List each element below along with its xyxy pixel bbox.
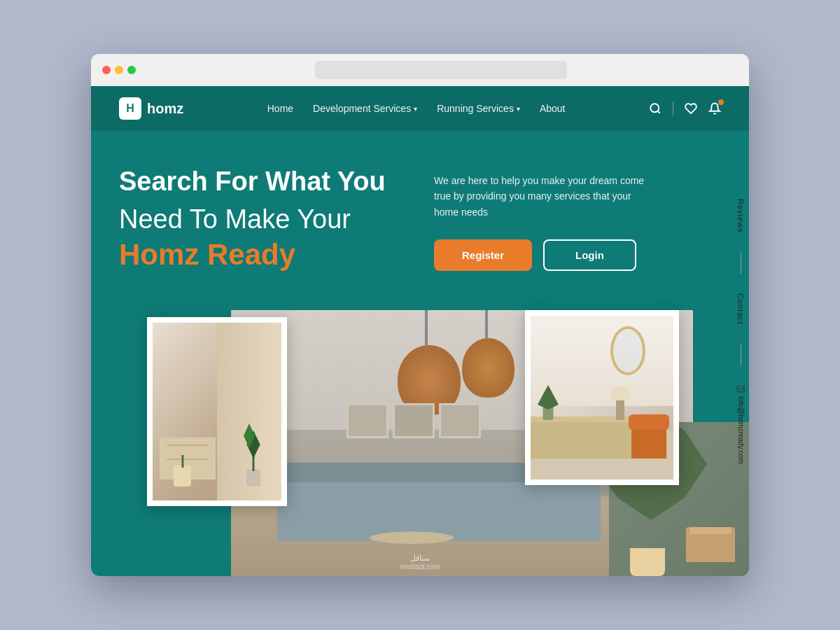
hero-title-line1: Search For What You [119,166,406,198]
dot-red[interactable] [102,66,111,74]
hero-buttons: Register Login [434,239,721,271]
snake-plant [239,416,267,486]
watermark: ستاقل mostaql.com [400,554,440,570]
lamp-cord-2 [485,310,488,338]
leaves [538,385,559,410]
nav-links: Home Development Services ▾ Running Serv… [206,103,626,114]
browser-chrome [91,54,749,86]
nav-dev-services[interactable]: Development Services ▾ [313,103,417,114]
hero-description: We are here to help you make your dream … [434,173,658,220]
lamp-cord-1 [425,310,428,345]
watermark-arabic: ستاقل [400,554,440,563]
svg-line-1 [657,111,659,113]
heart-icon[interactable] [685,102,697,115]
small-pot [174,465,191,486]
notification-badge [718,99,724,105]
art-1 [346,403,388,438]
logo-icon: H [119,97,141,120]
site-container: H homz Home Development Services ▾ Runni… [91,86,749,576]
contact-label[interactable]: Contact [734,287,748,330]
navbar: H homz Home Development Services ▾ Runni… [91,86,749,131]
mirror [610,326,645,375]
nav-home[interactable]: Home [267,103,293,114]
side-labels: Reviews Contact info@homzready.com [734,193,749,469]
side-divider-2 [741,344,741,365]
chevron-icon: ▾ [414,105,417,113]
svg-rect-2 [737,386,744,391]
nav-about[interactable]: About [540,103,566,114]
browser-dots [102,66,136,74]
register-button[interactable]: Register [434,239,532,271]
pot [246,469,260,486]
logo[interactable]: H homz [119,97,183,120]
wooden-chair [686,527,735,562]
pot-bottom [630,548,665,576]
nav-actions [649,102,721,115]
art-2 [393,403,435,438]
hero-section: Search For What You Need To Make Your Ho… [91,131,749,272]
dresser-line2 [167,458,209,460]
art-3 [439,403,481,438]
hero-left: Search For What You Need To Make Your Ho… [119,166,406,272]
lamp-stand [616,399,624,420]
coffee-table [368,532,454,544]
lamp-2 [462,338,514,398]
dot-yellow[interactable] [115,66,123,74]
hero-right: We are here to help you make your dream … [434,166,721,272]
hero-title-line2: Need To Make Your [119,204,406,236]
wall-art [346,403,481,438]
image-collage [91,289,749,576]
photo-overlay-left [147,317,287,506]
notification-wrapper [708,102,721,115]
photo-inner-right [531,316,673,479]
svg-point-0 [650,104,659,112]
nav-divider [673,102,673,115]
orange-chair [631,427,666,458]
search-icon[interactable] [649,102,662,115]
email-label[interactable]: info@homzready.com [734,379,748,469]
dresser-line [167,444,209,446]
reviews-label[interactable]: Reviews [734,193,748,239]
sofa-body [277,478,601,541]
login-button[interactable]: Login [543,239,636,271]
email-icon [736,384,745,393]
browser-addressbar[interactable] [315,61,567,79]
plant-vase [538,385,559,420]
photo-inner-left [153,323,281,500]
hero-brand-text: Homz Ready [119,238,406,272]
small-stem [181,455,183,468]
photo-overlay-right [525,310,679,485]
nav-running-services[interactable]: Running Services ▾ [437,103,520,114]
watermark-english: mostaql.com [400,563,440,570]
browser-window: H homz Home Development Services ▾ Runni… [91,54,749,576]
chair-back [629,414,669,430]
side-divider-1 [741,252,741,273]
seat-cushion [690,527,732,534]
dot-green[interactable] [127,66,136,74]
chevron-icon: ▾ [517,105,520,113]
logo-text: homz [147,101,183,117]
